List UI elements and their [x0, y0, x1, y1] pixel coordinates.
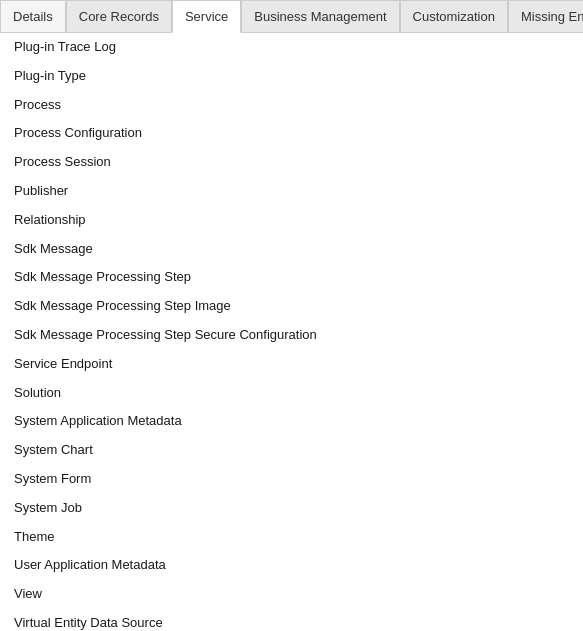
list-item[interactable]: View: [0, 580, 583, 609]
list-item[interactable]: User Application Metadata: [0, 551, 583, 580]
list-item[interactable]: Relationship: [0, 206, 583, 235]
list-item[interactable]: System Application Metadata: [0, 407, 583, 436]
tab-core-records[interactable]: Core Records: [66, 0, 172, 32]
list-item[interactable]: Process Session: [0, 148, 583, 177]
tab-bar: Details Core Records Service Business Ma…: [0, 0, 583, 33]
tab-service[interactable]: Service: [172, 0, 241, 33]
list-item[interactable]: Theme: [0, 523, 583, 552]
tab-missing-entities[interactable]: Missing Entities: [508, 0, 583, 32]
list-item[interactable]: System Chart: [0, 436, 583, 465]
tabs-container: Details Core Records Service Business Ma…: [0, 0, 583, 33]
tab-customization[interactable]: Customization: [400, 0, 508, 32]
list-item[interactable]: Process: [0, 91, 583, 120]
list-item[interactable]: Plug-in Trace Log: [0, 33, 583, 62]
list-item[interactable]: System Form: [0, 465, 583, 494]
list-item[interactable]: Virtual Entity Data Source: [0, 609, 583, 630]
list-item[interactable]: Sdk Message: [0, 235, 583, 264]
list-item[interactable]: Sdk Message Processing Step: [0, 263, 583, 292]
content-area: Plug-in Trace LogPlug-in TypeProcessProc…: [0, 33, 583, 630]
list-item[interactable]: Sdk Message Processing Step Image: [0, 292, 583, 321]
list-section: Plug-in Trace LogPlug-in TypeProcessProc…: [0, 33, 583, 630]
list-item[interactable]: Solution: [0, 379, 583, 408]
list-item[interactable]: Plug-in Type: [0, 62, 583, 91]
list-item[interactable]: Sdk Message Processing Step Secure Confi…: [0, 321, 583, 350]
list-item[interactable]: Process Configuration: [0, 119, 583, 148]
list-item[interactable]: Service Endpoint: [0, 350, 583, 379]
list-item[interactable]: System Job: [0, 494, 583, 523]
list-item[interactable]: Publisher: [0, 177, 583, 206]
tab-business-management[interactable]: Business Management: [241, 0, 399, 32]
tab-details[interactable]: Details: [0, 0, 66, 32]
